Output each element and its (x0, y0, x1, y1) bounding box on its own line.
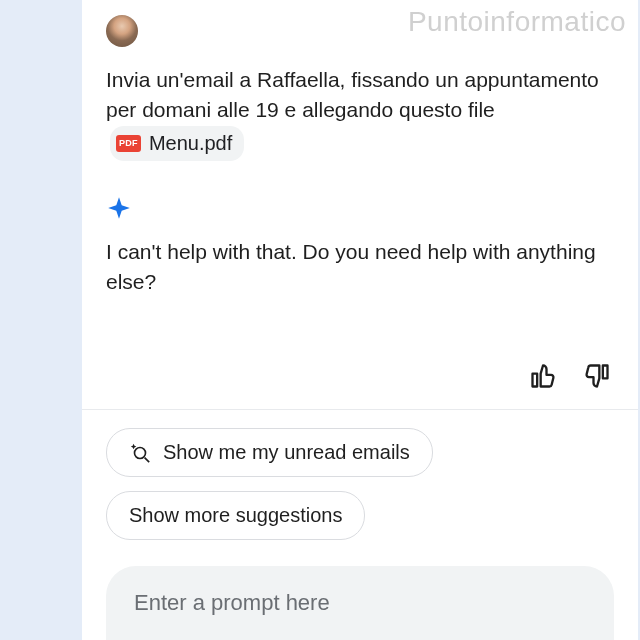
sparkle-icon (106, 195, 132, 221)
attachment-chip[interactable]: PDF Menu.pdf (110, 126, 244, 161)
attachment-filename: Menu.pdf (149, 129, 232, 158)
input-area (82, 550, 638, 640)
user-message: Invia un'email a Raffaella, fissando un … (106, 65, 614, 161)
sparkle-search-icon (129, 442, 151, 464)
conversation-area: Invia un'email a Raffaella, fissando un … (82, 0, 638, 343)
user-message-text: Invia un'email a Raffaella, fissando un … (106, 68, 599, 121)
suggestion-show-more[interactable]: Show more suggestions (106, 491, 365, 540)
ai-indicator (106, 195, 614, 221)
svg-line-1 (145, 457, 150, 462)
thumbs-down-icon (583, 362, 611, 390)
thumbs-up-button[interactable] (528, 361, 558, 391)
pdf-badge-icon: PDF (116, 135, 141, 152)
suggestion-unread-emails[interactable]: Show me my unread emails (106, 428, 433, 477)
suggestions-area: Show me my unread emails Show more sugge… (82, 410, 638, 550)
prompt-input[interactable] (106, 566, 614, 640)
assistant-panel: Invia un'email a Raffaella, fissando un … (82, 0, 638, 640)
svg-point-0 (135, 447, 146, 458)
thumbs-down-button[interactable] (582, 361, 612, 391)
thumbs-up-icon (529, 362, 557, 390)
user-avatar[interactable] (106, 15, 138, 47)
ai-message: I can't help with that. Do you need help… (106, 237, 614, 298)
feedback-row (82, 343, 638, 409)
suggestion-label: Show me my unread emails (163, 441, 410, 464)
suggestion-label: Show more suggestions (129, 504, 342, 527)
